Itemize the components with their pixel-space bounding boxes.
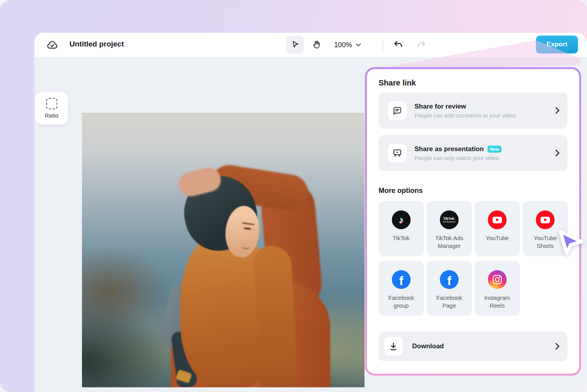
share-as-presentation-title: Share as presentation [414, 145, 484, 153]
tiktok-label: TikTok [379, 234, 424, 242]
select-tool-icon [291, 40, 300, 50]
facebook-icon: f [392, 270, 411, 289]
instagram-reels-label: Instagram Reels [475, 294, 520, 309]
zoom-level-value: 100% [334, 41, 352, 49]
youtube-icon [488, 210, 507, 229]
tiktok-icon: ♪ [392, 210, 411, 229]
hand-tool-button[interactable] [308, 36, 326, 54]
download-button[interactable]: Download [379, 331, 567, 361]
share-for-review-subtitle: People can add comments to your video. [414, 112, 555, 119]
comment-icon [388, 101, 407, 120]
chevron-right-icon [555, 107, 560, 114]
facebook-group-label: Facebook group [379, 294, 424, 309]
chevron-down-icon [356, 41, 361, 48]
chevron-right-icon [555, 343, 560, 350]
more-options-title: More options [379, 187, 567, 195]
project-title[interactable]: Untitled project [69, 40, 124, 48]
facebook-page-label: Facebook Page [427, 294, 472, 309]
video-frame-image[interactable] [82, 113, 365, 387]
social-options-grid: ♪ TikTok TikTok: For Business TikTok Ads… [379, 201, 567, 316]
presentation-icon [388, 144, 407, 162]
zoom-level-control[interactable]: 100% [334, 33, 361, 57]
ratio-button[interactable]: Ratio [35, 92, 68, 125]
share-for-review-item[interactable]: Share for review People can add comments… [379, 93, 567, 128]
instagram-icon [488, 270, 507, 289]
share-panel: Share link Share for review People can a… [365, 67, 581, 376]
youtube-shorts-label: YouTube Shorts [523, 234, 568, 249]
facebook-icon: f [440, 270, 459, 289]
export-button[interactable]: Export [536, 36, 578, 53]
hand-tool-icon [312, 39, 322, 51]
share-as-presentation-item[interactable]: Share as presentation New People can onl… [379, 135, 567, 171]
redo-button[interactable] [416, 39, 427, 52]
youtube-shorts-icon [536, 210, 555, 229]
share-panel-title: Share link [379, 78, 567, 87]
download-icon [384, 337, 403, 356]
share-instagram-reels-card[interactable]: Instagram Reels [475, 261, 520, 316]
share-youtube-shorts-card[interactable]: YouTube Shorts [523, 201, 568, 256]
redo-icon [416, 45, 427, 52]
select-tool-button[interactable] [286, 36, 304, 54]
ratio-label: Ratio [44, 112, 58, 119]
toolbar-divider [382, 39, 383, 51]
screenshot-stage: Untitled project 100% [0, 0, 587, 392]
share-as-presentation-subtitle: People can only watch your video. [414, 155, 555, 161]
undo-icon [393, 45, 404, 52]
top-toolbar: Untitled project 100% [34, 33, 587, 57]
share-for-review-title: Share for review [414, 103, 555, 110]
cloud-sync-icon [46, 39, 59, 52]
share-youtube-card[interactable]: YouTube [475, 201, 520, 256]
tiktok-ads-label: TikTok Ads Manager [427, 234, 472, 249]
new-badge: New [487, 146, 502, 153]
ratio-icon [46, 98, 57, 109]
chevron-right-icon [555, 150, 560, 157]
share-facebook-page-card[interactable]: f Facebook Page [427, 261, 472, 316]
share-facebook-group-card[interactable]: f Facebook group [379, 261, 424, 316]
undo-button[interactable] [393, 39, 404, 52]
share-tiktok-card[interactable]: ♪ TikTok [379, 201, 424, 256]
download-label: Download [412, 342, 555, 350]
youtube-label: YouTube [475, 234, 520, 242]
tiktok-ads-icon: TikTok: For Business [440, 210, 459, 229]
share-tiktok-ads-card[interactable]: TikTok: For Business TikTok Ads Manager [427, 201, 472, 256]
